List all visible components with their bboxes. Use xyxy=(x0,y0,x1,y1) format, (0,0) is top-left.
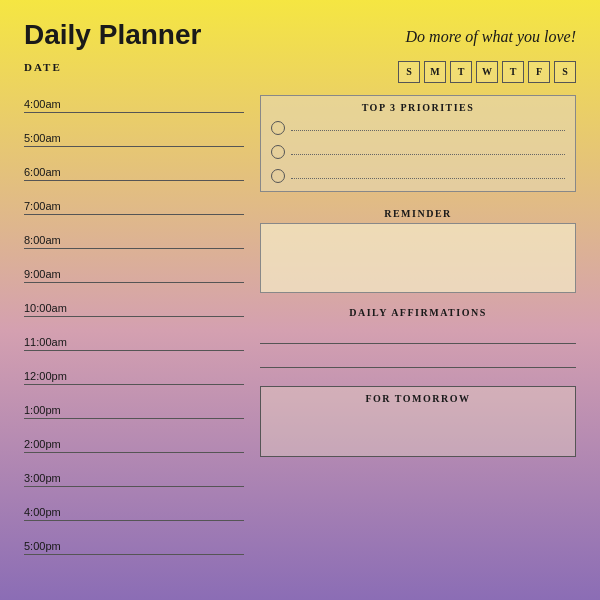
priorities-label: TOP 3 PRIORITIES xyxy=(271,102,565,113)
header: Daily Planner Do more of what you love! xyxy=(24,20,576,51)
time-slot[interactable]: 9:00am xyxy=(24,249,244,283)
time-slots-list: 4:00am5:00am6:00am7:00am8:00am9:00am10:0… xyxy=(24,79,244,555)
main-content: DATE 4:00am5:00am6:00am7:00am8:00am9:00a… xyxy=(24,61,576,591)
day-of-week-cell[interactable]: F xyxy=(528,61,550,83)
time-slot[interactable]: 4:00am xyxy=(24,79,244,113)
day-of-week-cell[interactable]: S xyxy=(398,61,420,83)
time-label: 3:00pm xyxy=(24,472,76,484)
day-of-week-cell[interactable]: S xyxy=(554,61,576,83)
priority-line xyxy=(291,154,565,155)
priority-line xyxy=(291,178,565,179)
time-slot[interactable]: 2:00pm xyxy=(24,419,244,453)
daily-planner-page: Daily Planner Do more of what you love! … xyxy=(0,0,600,600)
tomorrow-section: FOR TOMORROW xyxy=(260,386,576,457)
tomorrow-content-area[interactable] xyxy=(269,410,567,450)
priority-items xyxy=(271,119,565,185)
time-slot[interactable]: 11:00am xyxy=(24,317,244,351)
time-label: 4:00am xyxy=(24,98,76,110)
time-label: 4:00pm xyxy=(24,506,76,518)
time-slot[interactable]: 10:00am xyxy=(24,283,244,317)
time-label: 12:00pm xyxy=(24,370,76,382)
day-of-week-cell[interactable]: W xyxy=(476,61,498,83)
date-label: DATE xyxy=(24,61,244,73)
time-slot[interactable]: 1:00pm xyxy=(24,385,244,419)
priority-item-3[interactable] xyxy=(271,167,565,185)
tomorrow-label: FOR TOMORROW xyxy=(269,393,567,404)
time-label: 5:00am xyxy=(24,132,76,144)
priority-checkbox[interactable] xyxy=(271,121,285,135)
time-label: 5:00pm xyxy=(24,540,76,552)
page-subtitle: Do more of what you love! xyxy=(406,20,576,46)
page-title: Daily Planner xyxy=(24,20,201,51)
day-of-week-cell[interactable]: T xyxy=(502,61,524,83)
reminder-label: REMINDER xyxy=(260,208,576,219)
affirmations-section: DAILY AFFIRMATIONS xyxy=(260,307,576,372)
schedule-column: DATE 4:00am5:00am6:00am7:00am8:00am9:00a… xyxy=(24,61,244,591)
days-of-week-row: SMTWTFS xyxy=(260,61,576,83)
time-slot[interactable]: 12:00pm xyxy=(24,351,244,385)
time-label: 9:00am xyxy=(24,268,76,280)
time-slot[interactable]: 3:00pm xyxy=(24,453,244,487)
time-label: 8:00am xyxy=(24,234,76,246)
time-label: 1:00pm xyxy=(24,404,76,416)
time-slot[interactable]: 4:00pm xyxy=(24,487,244,521)
time-slot[interactable]: 7:00am xyxy=(24,181,244,215)
time-label: 6:00am xyxy=(24,166,76,178)
right-column: SMTWTFS TOP 3 PRIORITIES REMINDER DAILY … xyxy=(260,61,576,591)
affirmation-line-1[interactable] xyxy=(260,324,576,344)
time-slot[interactable]: 5:00am xyxy=(24,113,244,147)
affirmations-label: DAILY AFFIRMATIONS xyxy=(260,307,576,318)
priority-item-2[interactable] xyxy=(271,143,565,161)
priority-line xyxy=(291,130,565,131)
priority-checkbox[interactable] xyxy=(271,145,285,159)
priority-item-1[interactable] xyxy=(271,119,565,137)
priority-checkbox[interactable] xyxy=(271,169,285,183)
time-slot[interactable]: 8:00am xyxy=(24,215,244,249)
reminder-section: REMINDER xyxy=(260,208,576,293)
time-label: 7:00am xyxy=(24,200,76,212)
time-label: 2:00pm xyxy=(24,438,76,450)
time-label: 10:00am xyxy=(24,302,76,314)
time-slot[interactable]: 5:00pm xyxy=(24,521,244,555)
priorities-section: TOP 3 PRIORITIES xyxy=(260,95,576,192)
reminder-box[interactable] xyxy=(260,223,576,293)
time-slot[interactable]: 6:00am xyxy=(24,147,244,181)
affirmation-line-2[interactable] xyxy=(260,348,576,368)
day-of-week-cell[interactable]: T xyxy=(450,61,472,83)
time-label: 11:00am xyxy=(24,336,76,348)
day-of-week-cell[interactable]: M xyxy=(424,61,446,83)
